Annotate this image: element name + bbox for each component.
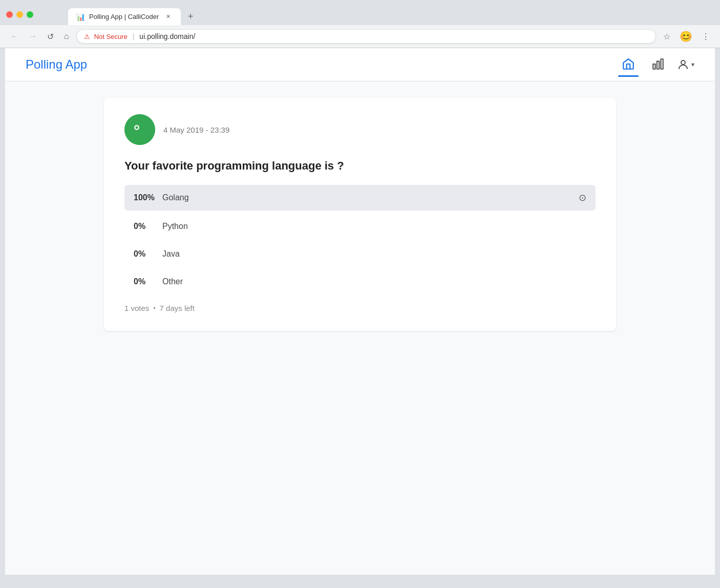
poll-option-java[interactable]: 0% Java xyxy=(124,242,596,266)
option-check-golang: ⊙ xyxy=(579,192,586,203)
poll-author-avatar xyxy=(124,114,155,145)
title-bar: 📊 Polling App | CalliCoder ✕ + xyxy=(0,0,720,25)
user-profile-button[interactable]: 😊 xyxy=(676,28,695,45)
option-percent-python: 0% xyxy=(134,222,155,231)
svg-point-4 xyxy=(124,114,155,145)
user-avatar-emoji: 😊 xyxy=(680,31,692,42)
active-tab[interactable]: 📊 Polling App | CalliCoder ✕ xyxy=(68,8,181,25)
address-divider: | xyxy=(133,32,135,40)
tab-close-button[interactable]: ✕ xyxy=(164,12,173,21)
traffic-light-green[interactable] xyxy=(27,11,33,18)
poll-option-golang[interactable]: 100% Golang ⊙ xyxy=(124,185,596,211)
home-active-indicator xyxy=(618,75,639,77)
security-warning-icon: ⚠ xyxy=(84,33,90,40)
option-label-other: Other xyxy=(162,277,586,286)
poll-footer: 1 votes • 7 days left xyxy=(124,304,596,312)
footer-bullet: • xyxy=(153,305,155,312)
browser-toolbar: ← → ↺ ⌂ ⚠ Not Secure | ui.polling.domain… xyxy=(0,25,720,48)
option-label-java: Java xyxy=(162,249,586,259)
option-percent-java: 0% xyxy=(134,249,155,259)
avatar-image xyxy=(124,114,155,145)
option-label-golang: Golang xyxy=(162,193,571,202)
traffic-light-yellow[interactable] xyxy=(16,11,23,18)
app-title: Polling App xyxy=(26,48,87,81)
back-button[interactable]: ← xyxy=(7,30,22,43)
toolbar-right: ☆ 😊 ⋮ xyxy=(660,28,713,45)
bookmark-button[interactable]: ☆ xyxy=(660,30,673,44)
tab-bar: 📊 Polling App | CalliCoder ✕ + xyxy=(68,8,198,25)
svg-rect-2 xyxy=(661,59,663,69)
option-percent-golang: 100% xyxy=(134,193,155,202)
app-window: Polling App xyxy=(5,48,715,575)
browser-chrome: 📊 Polling App | CalliCoder ✕ + ← → ↺ ⌂ ⚠… xyxy=(0,0,720,575)
poll-card: 4 May 2019 - 23:39 Your favorite program… xyxy=(104,98,616,331)
option-percent-other: 0% xyxy=(134,277,155,286)
votes-count: 1 votes xyxy=(124,304,149,312)
url-text: ui.polling.domain/ xyxy=(139,32,648,40)
poll-date: 4 May 2019 - 23:39 xyxy=(163,125,229,134)
poll-meta: 4 May 2019 - 23:39 xyxy=(124,114,596,145)
user-chevron-icon: ▾ xyxy=(691,61,694,68)
traffic-lights xyxy=(6,11,33,18)
svg-point-6 xyxy=(136,127,138,129)
tab-title: Polling App | CalliCoder xyxy=(89,13,160,20)
poll-option-other[interactable]: 0% Other xyxy=(124,270,596,293)
home-icon xyxy=(622,57,635,71)
tab-favicon: 📊 xyxy=(76,13,85,21)
user-icon xyxy=(677,58,689,71)
app-header: Polling App xyxy=(5,48,715,81)
svg-point-3 xyxy=(681,60,685,65)
chart-nav-button[interactable] xyxy=(647,53,669,76)
address-bar[interactable]: ⚠ Not Secure | ui.polling.domain/ xyxy=(76,29,656,44)
days-left: 7 days left xyxy=(160,304,195,312)
user-menu-button[interactable]: ▾ xyxy=(677,58,694,71)
chart-icon xyxy=(651,57,665,71)
not-secure-label: Not Secure xyxy=(94,33,128,40)
option-label-python: Python xyxy=(162,222,586,231)
refresh-button[interactable]: ↺ xyxy=(44,30,57,44)
poll-question: Your favorite programming language is ? xyxy=(124,159,596,173)
home-button[interactable]: ⌂ xyxy=(61,30,72,43)
app-nav: ▾ xyxy=(618,53,694,76)
svg-rect-1 xyxy=(657,61,659,69)
home-nav-button[interactable] xyxy=(618,53,639,76)
forward-button[interactable]: → xyxy=(26,30,40,43)
poll-option-python[interactable]: 0% Python xyxy=(124,215,596,238)
traffic-light-red[interactable] xyxy=(6,11,13,18)
content-area: 4 May 2019 - 23:39 Your favorite program… xyxy=(5,81,715,347)
new-tab-button[interactable]: + xyxy=(184,9,198,24)
browser-menu-button[interactable]: ⋮ xyxy=(698,30,713,44)
svg-rect-0 xyxy=(653,64,655,69)
